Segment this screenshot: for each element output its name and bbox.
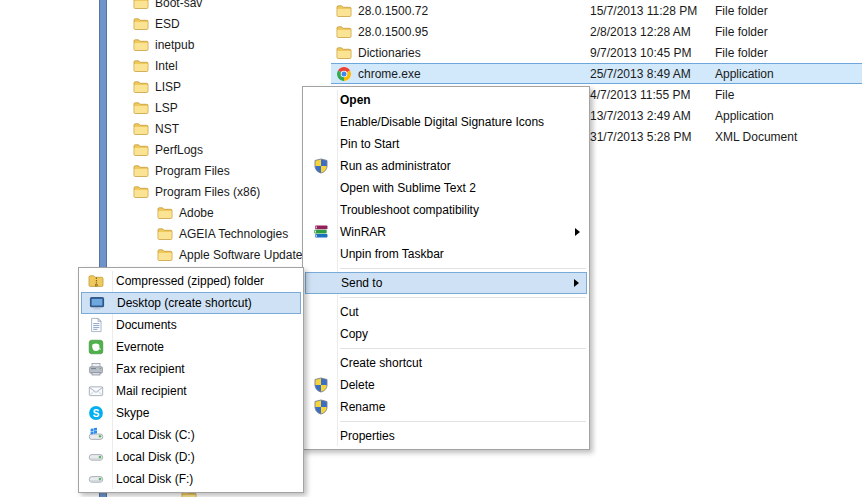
file-name-cell: 28.0.1500.72 — [331, 3, 590, 19]
tree-item-label: ESD — [155, 17, 180, 31]
uac-shield-icon — [313, 158, 329, 174]
menu-item-evernote[interactable]: Evernote — [81, 336, 301, 358]
svg-text:S: S — [93, 408, 100, 419]
menu-item-fax-recipient[interactable]: Fax recipient — [81, 358, 301, 380]
date-modified-cell: 9/7/2013 10:45 PM — [590, 46, 715, 60]
folder-icon — [133, 16, 149, 32]
menu-item-cut[interactable]: Cut — [305, 301, 587, 323]
date-modified-cell: 25/7/2013 8:49 AM — [590, 67, 715, 81]
menu-item-label: Create shortcut — [340, 356, 422, 370]
menu-item-open-with-sublime-text-2[interactable]: Open with Sublime Text 2 — [305, 177, 587, 199]
submenu-arrow-icon — [575, 228, 580, 236]
menu-item-local-disk-c[interactable]: Local Disk (C:) — [81, 424, 301, 446]
menu-item-label: Enable/Disable Digital Signature Icons — [340, 115, 544, 129]
file-row-dictionaries[interactable]: Dictionaries9/7/2013 10:45 PMFile folder — [331, 42, 862, 63]
menu-icon-gutter — [305, 224, 336, 240]
menu-item-label: Properties — [340, 429, 395, 443]
disk-c-icon — [88, 427, 104, 443]
menu-item-rename[interactable]: Rename — [305, 396, 587, 418]
file-name: Dictionaries — [358, 46, 421, 60]
zip-folder-icon — [88, 273, 104, 289]
context-menu: OpenEnable/Disable Digital Signature Ico… — [302, 86, 590, 450]
tree-item-nst[interactable]: NST — [133, 118, 302, 139]
menu-item-desktop-create-shortcut[interactable]: Desktop (create shortcut) — [81, 292, 301, 314]
menu-item-enable-disable-digital-signature-icons[interactable]: Enable/Disable Digital Signature Icons — [305, 111, 587, 133]
menu-item-local-disk-d[interactable]: Local Disk (D:) — [81, 446, 301, 468]
folder-icon — [336, 24, 352, 40]
tree-item-adobe[interactable]: Adobe — [133, 202, 302, 223]
menu-icon-gutter — [81, 449, 111, 465]
tree-item-label: Program Files (x86) — [155, 185, 260, 199]
folder-icon — [157, 205, 173, 221]
menu-icon-gutter: S — [81, 405, 111, 421]
menu-item-label: Troubleshoot compatibility — [340, 203, 479, 217]
menu-item-label: Skype — [116, 406, 149, 420]
menu-item-create-shortcut[interactable]: Create shortcut — [305, 352, 587, 374]
tree-item-inetpub[interactable]: inetpub — [133, 34, 302, 55]
tree-item-program-files[interactable]: Program Files — [133, 160, 302, 181]
menu-separator — [340, 348, 586, 349]
menu-item-copy[interactable]: Copy — [305, 323, 587, 345]
menu-item-label: Copy — [340, 327, 368, 341]
menu-item-delete[interactable]: Delete — [305, 374, 587, 396]
file-row-chrome-exe[interactable]: chrome.exe25/7/2013 8:49 AMApplication — [331, 63, 862, 84]
menu-separator — [340, 421, 586, 422]
menu-item-compressed-zipped-folder[interactable]: Compressed (zipped) folder — [81, 270, 301, 292]
folder-icon — [157, 226, 173, 242]
menu-item-run-as-administrator[interactable]: Run as administrator — [305, 155, 587, 177]
menu-item-unpin-from-taskbar[interactable]: Unpin from Taskbar — [305, 243, 587, 265]
menu-item-label: Pin to Start — [340, 137, 399, 151]
uac-shield-icon — [313, 399, 329, 415]
file-type-cell: XML Document — [715, 130, 862, 144]
menu-item-send-to[interactable]: Send to — [305, 272, 587, 294]
file-name: chrome.exe — [358, 67, 421, 81]
file-type-cell: Application — [715, 109, 862, 123]
tree-item-lisp[interactable]: LISP — [133, 76, 302, 97]
menu-item-winrar[interactable]: WinRAR — [305, 221, 587, 243]
tree-item-intel[interactable]: Intel — [133, 55, 302, 76]
disk-icon — [88, 471, 104, 487]
file-name-cell: 28.0.1500.95 — [331, 24, 590, 40]
menu-icon-gutter — [81, 471, 111, 487]
menu-item-label: Local Disk (F:) — [116, 472, 193, 486]
date-modified-cell: 2/8/2013 12:28 AM — [590, 25, 715, 39]
date-modified-cell: 31/7/2013 5:28 PM — [590, 130, 715, 144]
menu-item-local-disk-f[interactable]: Local Disk (F:) — [81, 468, 301, 490]
tree-item-ageia-technologies[interactable]: AGEIA Technologies — [133, 223, 302, 244]
tree-item-perflogs[interactable]: PerfLogs — [133, 139, 302, 160]
menu-item-mail-recipient[interactable]: Mail recipient — [81, 380, 301, 402]
menu-item-label: Open — [340, 93, 371, 107]
tree-item-program-files-x86[interactable]: Program Files (x86) — [133, 181, 302, 202]
file-name-cell: chrome.exe — [331, 66, 590, 82]
menu-item-label: Local Disk (D:) — [116, 450, 195, 464]
file-type-cell: File folder — [715, 4, 862, 18]
menu-icon-gutter — [81, 427, 111, 443]
folder-tree: Boot-savESDinetpubIntelLISPLSPNSTPerfLog… — [133, 0, 302, 265]
menu-item-properties[interactable]: Properties — [305, 425, 587, 447]
send-to-submenu: Compressed (zipped) folderDesktop (creat… — [78, 267, 304, 493]
tree-item-label: Program Files — [155, 164, 230, 178]
tree-item-esd[interactable]: ESD — [133, 13, 302, 34]
tree-item-lsp[interactable]: LSP — [133, 97, 302, 118]
fax-icon — [88, 361, 104, 377]
date-modified-cell: 4/7/2013 11:55 PM — [590, 88, 715, 102]
menu-item-open[interactable]: Open — [305, 89, 587, 111]
folder-icon — [157, 247, 173, 263]
tree-item-label: Boot-sav — [155, 0, 202, 10]
menu-item-pin-to-start[interactable]: Pin to Start — [305, 133, 587, 155]
tree-item-label: LISP — [155, 80, 181, 94]
tree-item-apple-software-update[interactable]: Apple Software Update — [133, 244, 302, 265]
menu-icon-gutter — [305, 158, 336, 174]
menu-icon-gutter — [305, 377, 336, 393]
menu-icon-gutter — [81, 361, 111, 377]
file-row-28-0-1500-95[interactable]: 28.0.1500.952/8/2013 12:28 AMFile folder — [331, 21, 862, 42]
menu-item-troubleshoot-compatibility[interactable]: Troubleshoot compatibility — [305, 199, 587, 221]
menu-item-skype[interactable]: SSkype — [81, 402, 301, 424]
tree-item-boot-sav[interactable]: Boot-sav — [133, 0, 302, 13]
tree-item-label: Apple Software Update — [179, 248, 302, 262]
file-type-cell: File folder — [715, 46, 862, 60]
menu-item-documents[interactable]: Documents — [81, 314, 301, 336]
file-name: 28.0.1500.72 — [358, 4, 428, 18]
menu-item-label: Documents — [116, 318, 177, 332]
file-row-28-0-1500-72[interactable]: 28.0.1500.7215/7/2013 11:28 PMFile folde… — [331, 0, 862, 21]
